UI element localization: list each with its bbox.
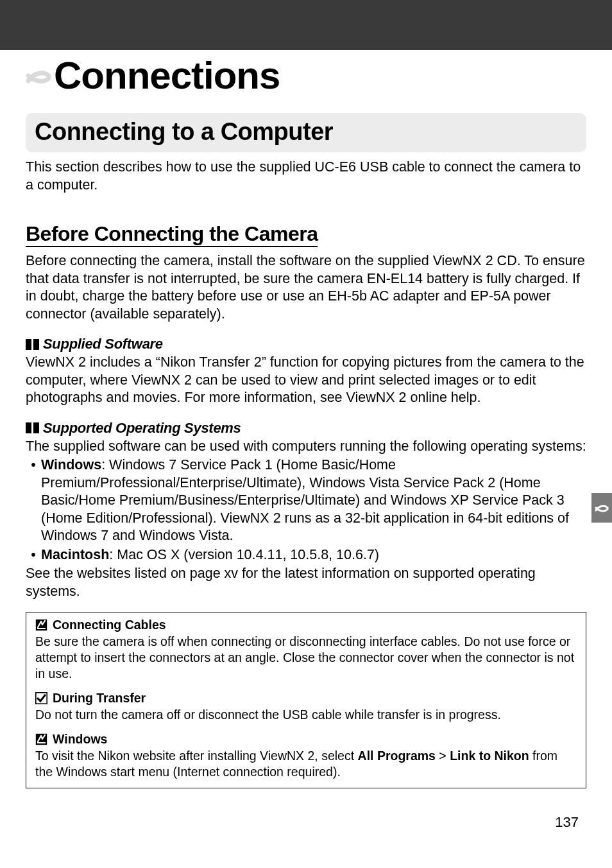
- note-title: Windows: [53, 732, 107, 747]
- minor-title: Supported Operating Systems: [43, 420, 241, 437]
- chapter-title: Connections: [54, 56, 280, 95]
- os-text-windows: : Windows 7 Service Pack 1 (Home Basic/H…: [41, 457, 569, 543]
- os-label-mac: Macintosh: [41, 547, 109, 562]
- section-title-box: Connecting to a Computer: [26, 113, 586, 152]
- note-body: To visit the Nikon website after install…: [35, 748, 577, 780]
- os-intro-paragraph: The supplied software can be used with c…: [26, 438, 586, 456]
- side-tab: [591, 493, 612, 523]
- page-content: Connections Connecting to a Computer Thi…: [0, 56, 612, 788]
- subsection-paragraph: Before connecting the camera, install th…: [26, 252, 586, 323]
- note-title: Connecting Cables: [53, 618, 166, 632]
- note-info-icon: [35, 733, 47, 745]
- note-body: Do not turn the camera off or disconnect…: [35, 707, 577, 723]
- intro-paragraph: This section describes how to use the su…: [26, 159, 586, 194]
- os-text-mac: : Mac OS X (version 10.4.11, 10.5.8, 10.…: [109, 547, 379, 562]
- heading-marker-icon: [26, 339, 39, 350]
- side-tab-icon: [595, 501, 609, 515]
- note-heading: During Transfer: [35, 691, 577, 706]
- bullet-icon: •: [26, 456, 41, 545]
- note-warning-icon: [35, 692, 47, 704]
- list-item: • Macintosh: Mac OS X (version 10.4.11, …: [26, 546, 586, 564]
- connections-icon: [24, 62, 53, 90]
- minor-heading-os: Supported Operating Systems: [26, 420, 586, 437]
- note3-bold-2: Link to Nikon: [450, 749, 529, 763]
- chapter-heading-row: Connections: [24, 56, 586, 95]
- bullet-icon: •: [26, 546, 41, 564]
- page-header-bar: [0, 0, 612, 50]
- minor-title: Supplied Software: [43, 336, 163, 352]
- note-body: Be sure the camera is off when connectin…: [35, 634, 577, 682]
- note3-text-a: To visit the Nikon website after install…: [35, 749, 358, 763]
- section-title: Connecting to a Computer: [35, 118, 577, 146]
- os-list: • Windows: Windows 7 Service Pack 1 (Hom…: [26, 456, 586, 564]
- notes-frame: Connecting Cables Be sure the camera is …: [26, 612, 586, 788]
- heading-marker-icon: [26, 422, 39, 433]
- note-heading: Connecting Cables: [35, 618, 577, 632]
- list-item: • Windows: Windows 7 Service Pack 1 (Hom…: [26, 456, 586, 545]
- minor-heading-supplied: Supplied Software: [26, 336, 586, 352]
- note3-bold-1: All Programs: [358, 749, 436, 763]
- subsection-title: Before Connecting the Camera: [26, 222, 318, 247]
- note-info-icon: [35, 619, 47, 631]
- list-item-text: Macintosh: Mac OS X (version 10.4.11, 10…: [41, 546, 379, 564]
- os-label-windows: Windows: [41, 457, 101, 473]
- list-item-text: Windows: Windows 7 Service Pack 1 (Home …: [41, 456, 586, 545]
- supplied-paragraph: ViewNX 2 includes a “Nikon Transfer 2” f…: [26, 354, 586, 407]
- note-title: During Transfer: [53, 691, 146, 706]
- note3-separator: >: [436, 749, 450, 763]
- page-number: 137: [555, 814, 579, 831]
- os-footer-paragraph: See the websites listed on page xv for t…: [26, 565, 586, 600]
- note-heading: Windows: [35, 732, 577, 747]
